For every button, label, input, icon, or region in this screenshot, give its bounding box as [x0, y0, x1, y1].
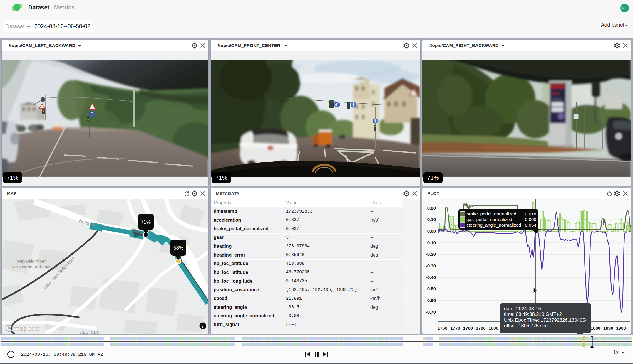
svg-text:Maywald Alber: Maywald Alber	[17, 259, 46, 264]
svg-text:0.000: 0.000	[525, 217, 536, 222]
svg-text:58%: 58%	[173, 245, 183, 251]
svg-text:1880: 1880	[591, 326, 600, 331]
svg-text:-0.70: -0.70	[426, 309, 436, 314]
svg-text:0.20: 0.20	[427, 205, 436, 210]
svg-text:-0.20: -0.20	[426, 252, 436, 257]
svg-text:steering_angle_normalized: steering_angle_normalized	[466, 223, 521, 227]
svg-text:1800: 1800	[489, 326, 498, 331]
svg-text:mapbox: mapbox	[14, 325, 39, 332]
svg-text:gas_pedal_normalized: gas_pedal_normalized	[466, 217, 512, 222]
svg-text:offset: 1806.775 sec: offset: 1806.775 sec	[504, 323, 547, 328]
svg-text:1770: 1770	[450, 326, 460, 331]
svg-text:Karosserie und Lack: Karosserie und Lack	[11, 264, 52, 269]
svg-text:1790: 1790	[476, 326, 485, 331]
svg-text:0.054: 0.054	[525, 223, 536, 227]
svg-text:1900: 1900	[616, 326, 626, 331]
svg-text:-0.30: -0.30	[426, 263, 436, 268]
svg-text:brake_pedal_normalized: brake_pedal_normalized	[466, 211, 516, 216]
svg-text:1780: 1780	[463, 326, 473, 331]
svg-text:date: 2024-08-16: date: 2024-08-16	[504, 306, 541, 311]
svg-text:71%: 71%	[141, 219, 151, 225]
svg-text:Unix Epoc Time: 1723792826.130: Unix Epoc Time: 1723792826.1304054	[504, 317, 588, 323]
svg-text:1760: 1760	[438, 326, 447, 331]
svg-text:-0.60: -0.60	[426, 298, 436, 303]
svg-text:0.00: 0.00	[427, 229, 436, 234]
svg-text:-0.50: -0.50	[426, 286, 436, 291]
svg-text:-0.40: -0.40	[426, 275, 436, 280]
svg-text:0.10: 0.10	[427, 217, 436, 222]
svg-text:ALDI Süd: ALDI Süd	[80, 330, 99, 334]
svg-text:0.018: 0.018	[525, 211, 536, 216]
svg-text:i: i	[202, 324, 203, 328]
svg-text:1890: 1890	[603, 326, 613, 331]
svg-text:time: 08:49:38.210 GMT+2: time: 08:49:38.210 GMT+2	[504, 311, 562, 317]
svg-text:-0.10: -0.10	[426, 240, 436, 245]
svg-text:07.7: 07.7	[552, 91, 560, 96]
